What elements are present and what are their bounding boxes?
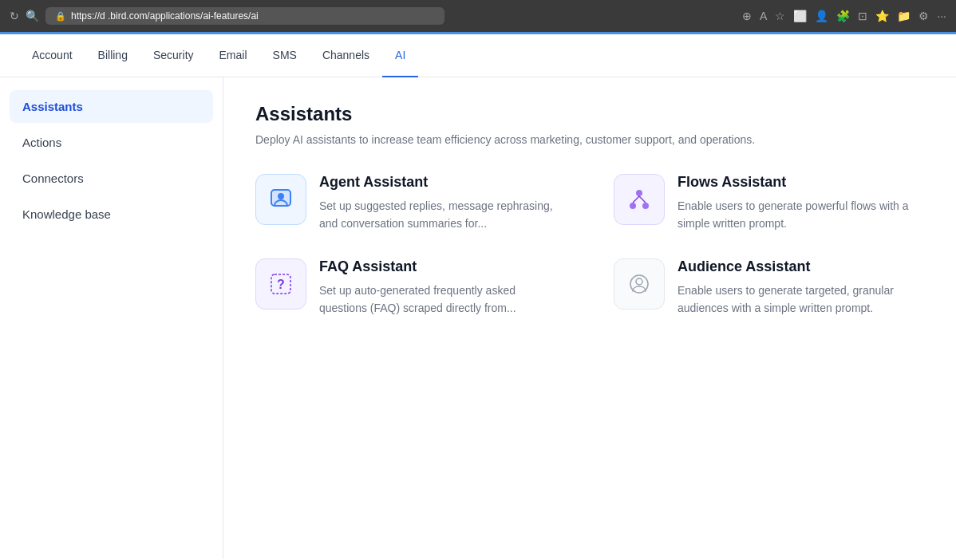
url-text: https://d .bird.com/applications/ai-feat… [71,10,259,22]
faq-assistant-icon: ? [255,258,306,310]
svg-point-3 [636,190,642,196]
top-nav: Account Billing Security Email SMS Chann… [0,34,956,77]
audience-assistant-desc: Enable users to generate targeted, granu… [677,282,924,317]
svg-point-2 [278,193,284,199]
svg-line-7 [639,196,646,203]
tab-account[interactable]: Account [19,34,85,77]
svg-point-11 [636,278,642,285]
cards-grid: Agent Assistant Set up suggested replies… [255,174,924,317]
browser-chrome: ↻ 🔍 🔒 https://d .bird.com/applications/a… [0,0,956,32]
audience-assistant-icon [614,258,665,310]
flows-assistant-icon [614,174,665,225]
page-description: Deploy AI assistants to increase team ef… [255,132,814,148]
browser-controls: ↻ 🔍 🔒 https://d .bird.com/applications/a… [10,7,734,25]
sidebar-item-actions[interactable]: Actions [10,126,213,159]
audience-assistant-title: Audience Assistant [677,258,924,275]
favorites-icon[interactable]: ⭐ [875,10,889,22]
faq-assistant-body: FAQ Assistant Set up auto-generated freq… [319,258,566,317]
card-flows-assistant[interactable]: Flows Assistant Enable users to generate… [614,174,924,233]
audience-assistant-body: Audience Assistant Enable users to gener… [677,258,924,317]
svg-point-5 [642,203,649,209]
svg-point-4 [630,203,636,209]
app-layout: Assistants Actions Connectors Knowledge … [0,77,956,559]
collections-icon[interactable]: 📁 [897,10,911,22]
card-agent-assistant[interactable]: Agent Assistant Set up suggested replies… [255,174,566,233]
page-title: Assistants [255,103,924,125]
agent-assistant-icon [255,174,306,225]
flows-assistant-title: Flows Assistant [677,174,924,191]
font-icon[interactable]: A [760,10,767,22]
more-icon[interactable]: ··· [937,10,946,22]
tab-ai[interactable]: AI [382,34,418,77]
agent-assistant-body: Agent Assistant Set up suggested replies… [319,174,566,233]
sidebar-item-connectors[interactable]: Connectors [10,162,213,195]
sidebar-item-assistants[interactable]: Assistants [10,90,213,123]
sidebar-item-knowledge-base[interactable]: Knowledge base [10,198,213,231]
lock-icon: 🔒 [55,11,66,22]
sidebar: Assistants Actions Connectors Knowledge … [0,77,223,559]
tab-billing[interactable]: Billing [85,34,140,77]
card-audience-assistant[interactable]: Audience Assistant Enable users to gener… [614,258,924,317]
flows-assistant-body: Flows Assistant Enable users to generate… [677,174,924,233]
bookmark-icon[interactable]: ☆ [775,10,785,22]
svg-line-6 [633,196,639,203]
agent-assistant-title: Agent Assistant [319,174,566,191]
profile-icon[interactable]: 👤 [815,10,828,22]
extensions-icon[interactable]: 🧩 [836,10,850,22]
search-icon[interactable]: 🔍 [26,10,39,22]
tab-security[interactable]: Security [140,34,207,77]
main-content: Assistants Deploy AI assistants to incre… [223,77,956,559]
browser-actions: ⊕ A ☆ ⬜ 👤 🧩 ⊡ ⭐ 📁 ⚙ ··· [742,10,946,22]
faq-assistant-title: FAQ Assistant [319,258,566,275]
tab-email[interactable]: Email [207,34,260,77]
address-bar[interactable]: 🔒 https://d .bird.com/applications/ai-fe… [45,7,444,25]
settings-icon[interactable]: ⚙ [918,10,929,22]
flows-assistant-desc: Enable users to generate powerful flows … [677,197,924,233]
tab-icon[interactable]: ⬜ [793,10,807,22]
agent-assistant-desc: Set up suggested replies, message rephra… [319,197,566,233]
faq-assistant-desc: Set up auto-generated frequently asked q… [319,282,566,317]
tab-channels[interactable]: Channels [310,34,382,77]
card-faq-assistant[interactable]: ? FAQ Assistant Set up auto-generated fr… [255,258,566,317]
zoom-icon[interactable]: ⊕ [742,10,752,22]
reload-icon[interactable]: ↻ [10,10,19,22]
split-icon[interactable]: ⊡ [858,10,867,22]
tab-sms[interactable]: SMS [260,34,310,77]
svg-text:?: ? [277,278,285,291]
